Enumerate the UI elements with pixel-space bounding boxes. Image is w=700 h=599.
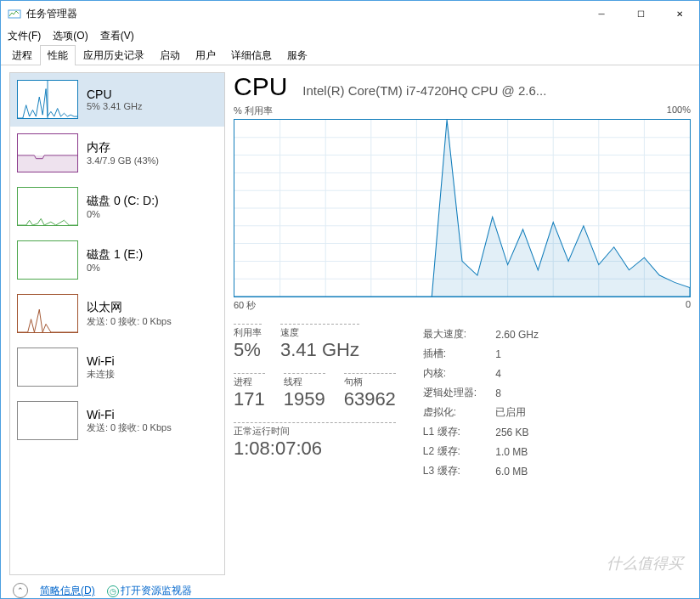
sidebar-disk1-name: 磁盘 1 (E:) (87, 247, 143, 263)
cpu-thumbnail (17, 80, 78, 119)
menu-view[interactable]: 查看(V) (100, 29, 134, 43)
sockets-label: 插槽: (423, 345, 494, 363)
disk0-thumbnail (17, 187, 78, 226)
sidebar-disk1-value: 0% (87, 263, 143, 273)
sidebar-mem-value: 3.4/7.9 GB (43%) (87, 155, 159, 166)
logical-label: 逻辑处理器: (423, 384, 494, 402)
disk1-thumbnail (17, 240, 78, 280)
sidebar-wifi1-name: Wi-Fi (87, 354, 115, 368)
threads-value: 1959 (284, 388, 325, 410)
sidebar-item-ethernet[interactable]: 以太网发送: 0 接收: 0 Kbps (10, 287, 224, 341)
maximize-button[interactable]: ☐ (621, 1, 660, 26)
cores-value: 4 (495, 364, 539, 382)
sidebar-item-cpu[interactable]: CPU5% 3.41 GHz (10, 73, 224, 127)
ethernet-thumbnail (17, 294, 78, 333)
window-title: 任务管理器 (26, 7, 582, 21)
tab-users[interactable]: 用户 (188, 45, 223, 65)
maxspeed-label: 最大速度: (423, 325, 494, 343)
sidebar-disk0-value: 0% (87, 209, 159, 219)
l1-label: L1 缓存: (423, 423, 494, 441)
speed-value: 3.41 GHz (280, 339, 359, 361)
sidebar-mem-name: 内存 (87, 140, 159, 155)
sidebar-wifi1-value: 未连接 (87, 368, 115, 381)
virt-value: 已启用 (495, 404, 539, 421)
tab-performance[interactable]: 性能 (40, 45, 76, 65)
tab-services[interactable]: 服务 (279, 45, 315, 65)
wifi1-thumbnail (17, 348, 78, 387)
sidebar-cpu-name: CPU (87, 88, 142, 101)
menu-file[interactable]: 文件(F) (8, 29, 41, 43)
brief-info-link[interactable]: 简略信息(D) (40, 584, 95, 598)
sidebar-cpu-value: 5% 3.41 GHz (87, 101, 142, 111)
sidebar-item-memory[interactable]: 内存3.4/7.9 GB (43%) (10, 127, 224, 180)
virt-label: 虚拟化: (423, 404, 494, 421)
title-bar: 任务管理器 ─ ☐ ✕ (1, 1, 699, 26)
main-panel: CPU Intel(R) Core(TM) i7-4720HQ CPU @ 2.… (234, 72, 691, 575)
app-icon (8, 7, 21, 20)
chart-x-right: 0 (686, 299, 691, 312)
tab-processes[interactable]: 进程 (4, 45, 40, 65)
sidebar-item-wifi1[interactable]: Wi-Fi未连接 (10, 341, 224, 394)
processes-value: 171 (234, 388, 265, 410)
minimize-button[interactable]: ─ (582, 1, 621, 26)
l2-value: 1.0 MB (495, 443, 539, 461)
cpu-model: Intel(R) Core(TM) i7-4720HQ CPU @ 2.6... (302, 83, 546, 98)
uptime-label: 正常运行时间 (234, 422, 396, 438)
logical-value: 8 (495, 384, 539, 402)
sidebar-item-wifi2[interactable]: Wi-Fi发送: 0 接收: 0 Kbps (10, 394, 224, 448)
sidebar-wifi2-value: 发送: 0 接收: 0 Kbps (87, 421, 172, 434)
wifi2-thumbnail (17, 401, 78, 440)
chart-y-label: % 利用率 (234, 105, 273, 117)
resource-monitor-link[interactable]: 打开资源监视器 (121, 585, 192, 596)
l1-value: 256 KB (495, 423, 539, 441)
cpu-details-table: 最大速度:2.60 GHz 插槽:1 内核:4 逻辑处理器:8 虚拟化:已启用 … (421, 324, 540, 482)
sockets-value: 1 (495, 345, 539, 363)
chart-y-max: 100% (667, 105, 691, 117)
resource-monitor-icon: ◷ (107, 585, 119, 597)
sidebar-item-disk0[interactable]: 磁盘 0 (C: D:)0% (10, 180, 224, 234)
sidebar-disk0-name: 磁盘 0 (C: D:) (87, 194, 159, 209)
main-title: CPU (234, 72, 287, 101)
footer-bar: ⌃ 简略信息(D) ◷打开资源监视器 (1, 575, 699, 599)
tab-bar: 进程 性能 应用历史记录 启动 用户 详细信息 服务 (1, 45, 699, 65)
util-label: 利用率 (234, 324, 262, 339)
uptime-value: 1:08:07:06 (234, 438, 396, 460)
handles-label: 句柄 (344, 373, 396, 388)
sidebar-eth-value: 发送: 0 接收: 0 Kbps (87, 315, 172, 328)
util-value: 5% (234, 339, 262, 361)
sidebar-wifi2-name: Wi-Fi (87, 408, 172, 421)
window-controls: ─ ☐ ✕ (582, 1, 699, 26)
cores-label: 内核: (423, 364, 494, 382)
content-body: CPU5% 3.41 GHz 内存3.4/7.9 GB (43%) 磁盘 0 (… (1, 65, 699, 575)
cpu-utilization-chart (234, 119, 691, 297)
l3-value: 6.0 MB (495, 462, 539, 480)
memory-thumbnail (17, 133, 78, 172)
tab-details[interactable]: 详细信息 (223, 45, 279, 65)
menu-bar: 文件(F) 选项(O) 查看(V) (1, 26, 699, 45)
l2-label: L2 缓存: (423, 443, 494, 461)
speed-label: 速度 (280, 324, 359, 339)
sidebar-item-disk1[interactable]: 磁盘 1 (E:)0% (10, 234, 224, 287)
sidebar-eth-name: 以太网 (87, 300, 172, 315)
threads-label: 线程 (284, 373, 325, 388)
svg-rect-2 (18, 155, 77, 172)
tab-startup[interactable]: 启动 (152, 45, 188, 65)
l3-label: L3 缓存: (423, 462, 494, 480)
menu-options[interactable]: 选项(O) (53, 29, 88, 43)
chart-x-left: 60 秒 (234, 299, 256, 312)
handles-value: 63962 (344, 388, 396, 410)
close-button[interactable]: ✕ (660, 1, 699, 26)
maxspeed-value: 2.60 GHz (495, 325, 539, 343)
chevron-up-icon[interactable]: ⌃ (13, 583, 28, 598)
performance-sidebar[interactable]: CPU5% 3.41 GHz 内存3.4/7.9 GB (43%) 磁盘 0 (… (9, 72, 225, 575)
processes-label: 进程 (234, 373, 265, 388)
tab-app-history[interactable]: 应用历史记录 (76, 45, 152, 65)
